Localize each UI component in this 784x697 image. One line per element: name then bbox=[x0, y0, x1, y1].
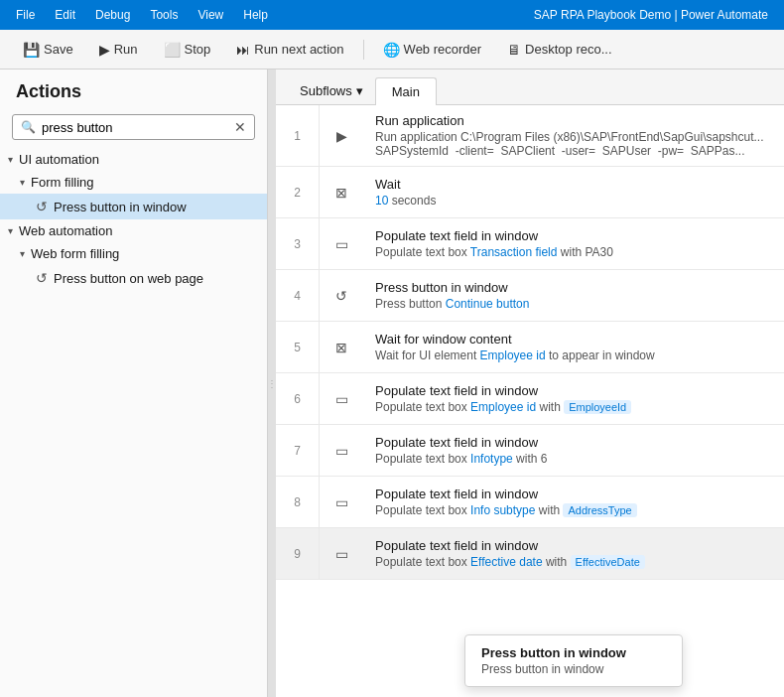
step-title: Wait for window content bbox=[375, 332, 772, 347]
step-title: Populate text field in window bbox=[375, 383, 772, 398]
wait-icon: ⊠ bbox=[331, 183, 351, 203]
toolbar-separator bbox=[363, 40, 364, 60]
step-title: Populate text field in window bbox=[375, 538, 772, 553]
stop-icon: ⬜ bbox=[164, 42, 181, 58]
step-row: 8 ▭ Populate text field in window Popula… bbox=[276, 477, 784, 528]
menu-view[interactable]: View bbox=[190, 4, 231, 26]
chevron-down-icon: ▾ bbox=[356, 83, 363, 98]
popup-desc: Press button in window bbox=[481, 662, 666, 676]
tree-group-web-automation[interactable]: ▾ Web automation bbox=[0, 219, 267, 242]
step-number: 6 bbox=[276, 373, 320, 424]
run-application-icon: ▶ bbox=[331, 126, 351, 146]
tree-item-press-button-in-window[interactable]: ↺ Press button in window bbox=[0, 194, 267, 219]
main-layout: Actions 🔍 ✕ ▾ UI automation ▾ Form filli… bbox=[0, 70, 784, 697]
step-title: Wait bbox=[375, 177, 772, 192]
step-content[interactable]: Populate text field in window Populate t… bbox=[363, 477, 784, 527]
step-content[interactable]: Populate text field in window Populate t… bbox=[363, 218, 784, 269]
step-title: Populate text field in window bbox=[375, 435, 772, 450]
popup-title: Press button in window bbox=[481, 645, 666, 660]
step-row: 1 ▶ Run application Run application C:\P… bbox=[276, 105, 784, 167]
search-input[interactable] bbox=[42, 120, 234, 135]
step-content[interactable]: Populate text field in window Populate t… bbox=[363, 528, 784, 579]
step-row: 3 ▭ Populate text field in window Popula… bbox=[276, 218, 784, 270]
step-title: Press button in window bbox=[375, 280, 772, 295]
desktop-recorder-button[interactable]: 🖥 Desktop reco... bbox=[496, 37, 622, 63]
step-icon-cell: ▭ bbox=[320, 425, 363, 476]
step-row: 9 ▭ Populate text field in window Popula… bbox=[276, 528, 784, 580]
wait-content-icon: ⊠ bbox=[331, 338, 351, 357]
left-panel: Actions 🔍 ✕ ▾ UI automation ▾ Form filli… bbox=[0, 70, 268, 697]
menu-file[interactable]: File bbox=[8, 4, 43, 26]
step-icon-cell: ⊠ bbox=[320, 167, 363, 217]
run-next-button[interactable]: ⏭ Run next action bbox=[225, 37, 354, 63]
clear-icon[interactable]: ✕ bbox=[234, 119, 246, 135]
step-number: 5 bbox=[276, 322, 320, 372]
run-button[interactable]: ▶ Run bbox=[88, 37, 149, 63]
web-recorder-icon: 🌐 bbox=[383, 42, 400, 58]
step-icon-cell: ▶ bbox=[320, 105, 363, 166]
chevron-down-icon: ▾ bbox=[8, 225, 13, 236]
menu-help[interactable]: Help bbox=[235, 4, 276, 26]
panel-title: Actions bbox=[0, 70, 267, 110]
desktop-recorder-icon: 🖥 bbox=[507, 42, 521, 58]
step-content[interactable]: Run application Run application C:\Progr… bbox=[363, 105, 784, 166]
main-tab[interactable]: Main bbox=[375, 77, 437, 105]
step-row: 2 ⊠ Wait 10 seconds bbox=[276, 167, 784, 218]
step-desc: Populate text box Employee id with Emplo… bbox=[375, 400, 772, 414]
step-content[interactable]: Wait for window content Wait for UI elem… bbox=[363, 322, 784, 372]
step-icon-cell: ⊠ bbox=[320, 322, 363, 372]
step-desc: Run application C:\Program Files (x86)\S… bbox=[375, 130, 772, 158]
stop-button[interactable]: ⬜ Stop bbox=[153, 37, 222, 63]
chevron-down-icon: ▾ bbox=[8, 154, 13, 165]
step-content[interactable]: Press button in window Press button Cont… bbox=[363, 270, 784, 321]
step-content[interactable]: Wait 10 seconds bbox=[363, 167, 784, 217]
step-number: 8 bbox=[276, 477, 320, 527]
tree-subgroup-form-filling[interactable]: ▾ Form filling bbox=[0, 171, 267, 194]
subflows-tab[interactable]: Subflows ▾ bbox=[288, 77, 375, 104]
web-recorder-button[interactable]: 🌐 Web recorder bbox=[372, 37, 493, 63]
cursor-icon: ↺ bbox=[36, 270, 48, 286]
run-icon: ▶ bbox=[99, 42, 110, 58]
step-desc: Press button Continue button bbox=[375, 297, 772, 311]
save-button[interactable]: 💾 Save bbox=[12, 37, 84, 63]
action-tree: ▾ UI automation ▾ Form filling ↺ Press b… bbox=[0, 148, 267, 697]
step-desc: Populate text box Transaction field with… bbox=[375, 245, 772, 259]
menu-tools[interactable]: Tools bbox=[142, 4, 186, 26]
step-icon-cell: ▭ bbox=[320, 218, 363, 269]
step-number: 2 bbox=[276, 167, 320, 217]
step-content[interactable]: Populate text field in window Populate t… bbox=[363, 373, 784, 424]
step-number: 9 bbox=[276, 528, 320, 579]
menu-debug[interactable]: Debug bbox=[87, 4, 138, 26]
toolbar: 💾 Save ▶ Run ⬜ Stop ⏭ Run next action 🌐 … bbox=[0, 30, 784, 70]
step-desc: Populate text box Effective date with Ef… bbox=[375, 555, 772, 569]
step-title: Run application bbox=[375, 113, 772, 128]
press-button-icon: ↺ bbox=[331, 286, 351, 306]
flow-area: 1 ▶ Run application Run application C:\P… bbox=[276, 105, 784, 697]
run-next-icon: ⏭ bbox=[236, 42, 250, 58]
step-number: 3 bbox=[276, 218, 320, 269]
tabs-bar: Subflows ▾ Main bbox=[276, 70, 784, 105]
step-icon-cell: ▭ bbox=[320, 528, 363, 579]
menu-bar: File Edit Debug Tools View Help SAP RPA … bbox=[0, 0, 784, 30]
step-row: 7 ▭ Populate text field in window Popula… bbox=[276, 425, 784, 477]
step-title: Populate text field in window bbox=[375, 228, 772, 243]
step-content[interactable]: Populate text field in window Populate t… bbox=[363, 425, 784, 476]
step-row: 5 ⊠ Wait for window content Wait for UI … bbox=[276, 322, 784, 373]
populate-icon: ▭ bbox=[331, 234, 351, 254]
step-number: 7 bbox=[276, 425, 320, 476]
populate-icon: ▭ bbox=[331, 389, 351, 409]
step-desc: Wait for UI element Employee id to appea… bbox=[375, 348, 772, 362]
tree-group-ui-automation[interactable]: ▾ UI automation bbox=[0, 148, 267, 171]
popup-tooltip: Press button in window Press button in w… bbox=[464, 634, 683, 687]
menu-edit[interactable]: Edit bbox=[47, 4, 83, 26]
tree-subgroup-web-form-filling[interactable]: ▾ Web form filling bbox=[0, 242, 267, 265]
step-icon-cell: ▭ bbox=[320, 373, 363, 424]
panel-divider[interactable]: ⋮ bbox=[268, 70, 276, 697]
tree-item-press-button-on-web-page[interactable]: ↺ Press button on web page bbox=[0, 265, 267, 291]
populate-icon: ▭ bbox=[331, 492, 351, 512]
step-desc: 10 seconds bbox=[375, 194, 772, 208]
chevron-down-icon: ▾ bbox=[20, 248, 25, 259]
save-icon: 💾 bbox=[23, 42, 40, 58]
cursor-icon: ↺ bbox=[36, 199, 48, 214]
step-title: Populate text field in window bbox=[375, 487, 772, 501]
